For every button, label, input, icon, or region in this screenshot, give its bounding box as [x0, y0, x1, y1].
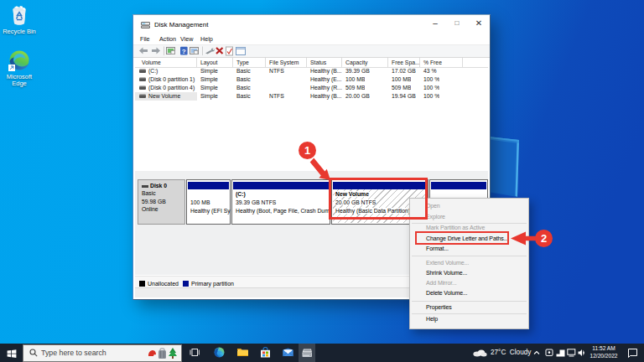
svg-text:?: ?: [182, 48, 186, 55]
